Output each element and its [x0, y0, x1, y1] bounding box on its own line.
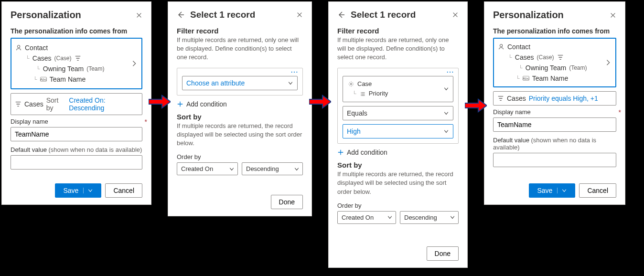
back-icon[interactable] — [337, 11, 345, 19]
filter-icon — [75, 55, 81, 62]
sort-by-heading: Sort by — [177, 113, 303, 121]
tree-root: Contact — [507, 43, 530, 51]
personalization-panel-final: Personalization The personalization info… — [484, 1, 625, 205]
tree-node-type: (Case) — [537, 54, 554, 61]
default-value-label: Default value (shown when no data is ava… — [493, 137, 616, 151]
operator-select[interactable]: Equals — [343, 106, 453, 120]
close-icon[interactable] — [136, 12, 142, 19]
save-button[interactable]: Save — [55, 183, 101, 198]
done-button[interactable]: Done — [427, 246, 459, 261]
sort-by-label: Sort by — [46, 96, 66, 112]
display-name-input[interactable] — [493, 117, 616, 132]
tree-node: Owning Team — [526, 64, 566, 72]
text-field-icon: Abc — [40, 77, 47, 82]
required-indicator: * — [619, 108, 621, 116]
condition-menu-icon[interactable]: ⋯ — [446, 67, 454, 76]
tree-node-type: (Team) — [86, 65, 104, 72]
filter-record-hint: If multiple records are returned, only o… — [177, 36, 303, 62]
order-field-select[interactable]: Created On — [337, 211, 396, 224]
filter-record-heading: Filter record — [337, 27, 459, 35]
back-icon[interactable] — [177, 11, 184, 19]
tree-leaf: Team Name — [532, 74, 568, 82]
person-icon — [15, 44, 22, 51]
chevron-right-icon[interactable] — [131, 60, 138, 67]
display-name-label: Display name — [11, 118, 142, 125]
person-icon — [498, 43, 504, 50]
filter-record-hint: If multiple records are returned, only o… — [337, 36, 459, 62]
attribute-tree[interactable]: Contact └ Cases (Case) └ Owning Team (Te… — [11, 38, 142, 89]
order-direction-select[interactable]: Descending — [242, 162, 303, 175]
filter-icon — [15, 101, 21, 107]
caret-down-icon — [288, 80, 293, 86]
filter-sort-value: Created On: Descending — [69, 96, 138, 112]
tree-node: Owning Team — [43, 65, 84, 73]
filter-icon — [557, 54, 564, 61]
panel-title: Personalization — [493, 10, 604, 21]
attribute-tree[interactable]: Contact └ Cases (Case) └ Owning Team (Te… — [493, 38, 616, 87]
filter-summary-row[interactable]: Cases Sort by Created On: Descending — [11, 93, 142, 115]
default-value-input[interactable] — [11, 155, 142, 170]
close-icon[interactable] — [296, 11, 303, 18]
sort-by-hint: If multiple records are returned, the re… — [337, 170, 459, 196]
flow-arrow — [465, 98, 487, 113]
info-source-label: The personalization info comes from — [493, 27, 616, 35]
save-split-caret[interactable] — [83, 188, 93, 193]
order-field-select[interactable]: Created On — [177, 162, 238, 175]
order-by-label: Order by — [337, 202, 459, 209]
caret-down-icon — [443, 128, 449, 134]
attribute-select[interactable]: Case └ Priority — [343, 76, 453, 103]
plus-icon — [337, 149, 344, 156]
panel-title: Personalization — [11, 10, 130, 21]
order-by-label: Order by — [177, 153, 303, 160]
chevron-right-icon[interactable] — [605, 59, 612, 66]
tree-root: Contact — [25, 44, 48, 52]
add-condition-button[interactable]: Add condition — [177, 100, 303, 108]
close-icon[interactable] — [610, 12, 616, 19]
sort-by-heading: Sort by — [337, 161, 459, 169]
caret-down-icon — [443, 86, 449, 92]
cancel-button[interactable]: Cancel — [105, 183, 142, 198]
default-value-label: Default value (shown when no data is ava… — [11, 146, 142, 153]
entity-label: Case — [357, 79, 372, 89]
sort-by-hint: If multiple records are returned, the re… — [177, 122, 303, 148]
tree-node-type: (Team) — [569, 64, 587, 71]
filter-condition-summary: Priority equals High, +1 — [529, 95, 598, 102]
save-split-caret[interactable] — [557, 188, 567, 193]
condition-menu-icon[interactable]: ⋯ — [290, 67, 299, 76]
flow-arrow — [309, 95, 331, 109]
personalization-panel-initial: Personalization The personalization info… — [1, 1, 151, 205]
done-button[interactable]: Done — [271, 195, 303, 209]
default-value-input[interactable] — [493, 153, 616, 167]
filter-record-heading: Filter record — [177, 27, 303, 35]
value-select[interactable]: High — [343, 124, 453, 138]
caret-down-icon — [387, 214, 393, 220]
close-icon[interactable] — [452, 11, 459, 18]
tree-node: Cases — [515, 53, 534, 61]
info-source-label: The personalization info comes from — [11, 27, 142, 35]
select-record-panel-empty: Select 1 record Filter record If multipl… — [168, 1, 312, 216]
plus-icon — [177, 101, 183, 107]
tree-node: Cases — [32, 54, 52, 62]
attribute-label: Priority — [369, 89, 388, 99]
filter-summary-row[interactable]: Cases Priority equals High, +1 — [493, 91, 616, 106]
cancel-button[interactable]: Cancel — [579, 183, 616, 198]
caret-down-icon — [294, 166, 300, 172]
order-direction-select[interactable]: Descending — [400, 211, 459, 224]
caret-down-icon — [450, 214, 455, 220]
display-name-label: Display name — [493, 108, 616, 116]
condition-card: ⋯ Case └ Priority Equals — [337, 68, 459, 144]
filter-entity: Cases — [24, 100, 43, 108]
save-button[interactable]: Save — [529, 183, 575, 198]
text-field-icon: Abc — [523, 76, 529, 81]
caret-down-icon — [229, 166, 235, 172]
caret-down-icon — [443, 110, 449, 116]
list-icon — [359, 91, 366, 97]
tree-node-type: (Case) — [54, 55, 71, 62]
condition-card: ⋯ Choose an attribute — [177, 68, 303, 96]
panel-title: Select 1 record — [351, 10, 446, 20]
add-condition-button[interactable]: Add condition — [337, 149, 459, 156]
panel-title: Select 1 record — [190, 10, 290, 20]
display-name-input[interactable] — [11, 127, 142, 141]
attribute-select[interactable]: Choose an attribute — [182, 76, 298, 90]
filter-entity: Cases — [507, 95, 526, 102]
